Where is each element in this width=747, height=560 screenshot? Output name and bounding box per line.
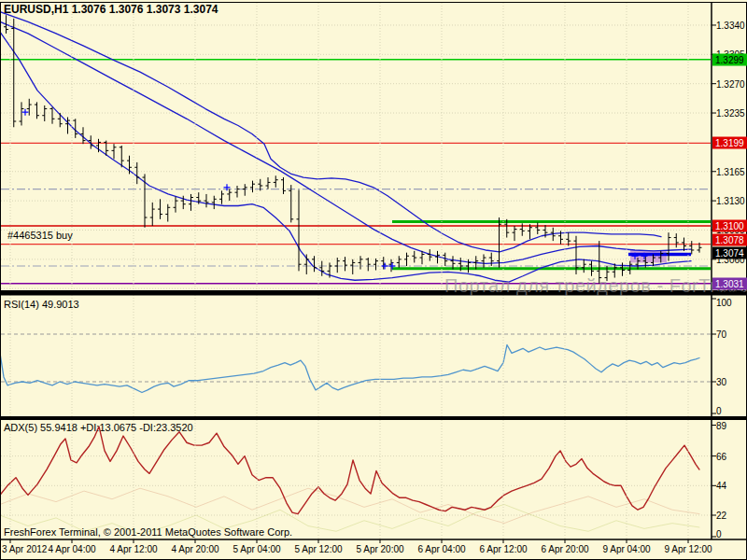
rsi-indicator-label: RSI(14) 49.9013: [4, 299, 79, 310]
time-axis-label: 9 Apr 04:00: [602, 544, 650, 554]
adx-indicator-label: ADX(5) 55.9418 +DI:13.0675 -DI:23.3520: [4, 422, 193, 433]
watermark-fortrader: Портал для трейдеров - ForTrader.ru: [444, 275, 747, 297]
time-axis-label: 4 Apr 04:00: [48, 544, 95, 554]
terminal-footer: FreshForex Terminal, © 2001-2011 MetaQuo…: [4, 526, 292, 538]
price-tag-1.3074: 1.3074: [712, 247, 747, 259]
time-axis-label: 9 Apr 12:00: [664, 544, 712, 554]
adx-tick-label: 66: [716, 451, 726, 461]
time-axis-label: 5 Apr 04:00: [233, 544, 280, 554]
adx-tick-label: 44: [716, 481, 726, 491]
price-tag-1.3199: 1.3199: [712, 137, 747, 149]
time-axis-label: 6 Apr 04:00: [417, 544, 465, 554]
price-tag-1.3031: 1.3031: [712, 277, 747, 289]
adx-tick-label: 89: [716, 421, 726, 431]
terminal-chart-window: EURUSD,H1 1.3076 1.3076 1.3073 1.3074 #4…: [0, 0, 747, 560]
time-axis-label: 5 Apr 12:00: [294, 544, 342, 554]
time-axis-label: 4 Apr 20:00: [171, 544, 218, 554]
rsi-tick-label: 70: [716, 329, 726, 340]
adx-tick-label: 0: [716, 529, 722, 539]
price-tag-1.3100: 1.3100: [712, 220, 747, 232]
chart-title-ohlc: EURUSD,H1 1.3076 1.3076 1.3073 1.3074: [4, 3, 218, 16]
price-tick-label: 1.3165: [716, 166, 745, 176]
time-axis-label: 6 Apr 20:00: [541, 544, 588, 554]
time-axis-label: 4 Apr 12:00: [109, 544, 157, 554]
price-tick-label: 1.3235: [716, 108, 745, 119]
price-tick-label: 1.3340: [716, 20, 745, 30]
adx-tick-label: 22: [716, 511, 726, 521]
rsi-tick-label: 100: [716, 298, 732, 308]
rsi-tick-label: 0: [716, 406, 722, 416]
price-tag-1.3078: 1.3078: [712, 233, 747, 245]
price-tick-label: 1.3130: [716, 196, 745, 206]
time-axis-label: 6 Apr 12:00: [479, 544, 527, 554]
price-tag-1.3299: 1.3299: [712, 53, 747, 65]
price-tick-label: 1.3270: [716, 78, 745, 89]
time-axis-label: 3 Apr 2012: [2, 544, 47, 554]
time-axis-label: 5 Apr 20:00: [356, 544, 403, 554]
rsi-tick-label: 30: [716, 377, 726, 387]
trade-order-label: #4465315 buy: [7, 230, 73, 241]
